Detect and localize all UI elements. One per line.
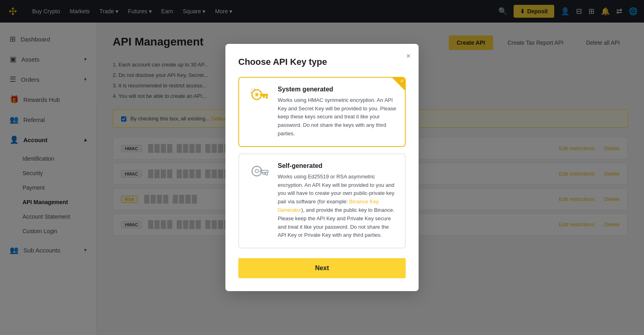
svg-rect-5: [263, 96, 265, 98]
self-generated-desc: Works using Ed25519 or RSA asymmetric en…: [278, 173, 397, 240]
self-generated-content: Self-generated Works using Ed25519 or RS…: [278, 162, 397, 240]
self-generated-option[interactable]: Self-generated Works using Ed25519 or RS…: [238, 153, 406, 248]
modal-overlay: Choose API Key type ×: [0, 0, 644, 335]
system-generated-title: System generated: [278, 86, 397, 93]
system-generated-desc: Works using HMAC symmetric encryption. A…: [278, 96, 397, 138]
system-generated-content: System generated Works using HMAC symmet…: [278, 86, 397, 138]
svg-rect-12: [266, 172, 268, 175]
self-generated-title: Self-generated: [278, 162, 397, 170]
system-key-icon: [247, 86, 271, 108]
self-key-icon: [247, 162, 271, 185]
svg-point-8: [254, 88, 255, 89]
svg-point-7: [252, 89, 253, 90]
svg-rect-13: [263, 172, 265, 174]
svg-rect-4: [266, 96, 268, 99]
modal-close-button[interactable]: ×: [406, 52, 411, 60]
system-generated-option[interactable]: System generated Works using HMAC symmet…: [238, 77, 406, 147]
svg-point-14: [255, 170, 258, 173]
svg-point-9: [251, 91, 252, 93]
svg-rect-3: [260, 94, 268, 96]
svg-point-6: [256, 93, 258, 96]
next-button[interactable]: Next: [238, 258, 406, 278]
modal-title: Choose API Key type: [238, 57, 406, 67]
choose-api-key-modal: Choose API Key type ×: [225, 44, 419, 291]
